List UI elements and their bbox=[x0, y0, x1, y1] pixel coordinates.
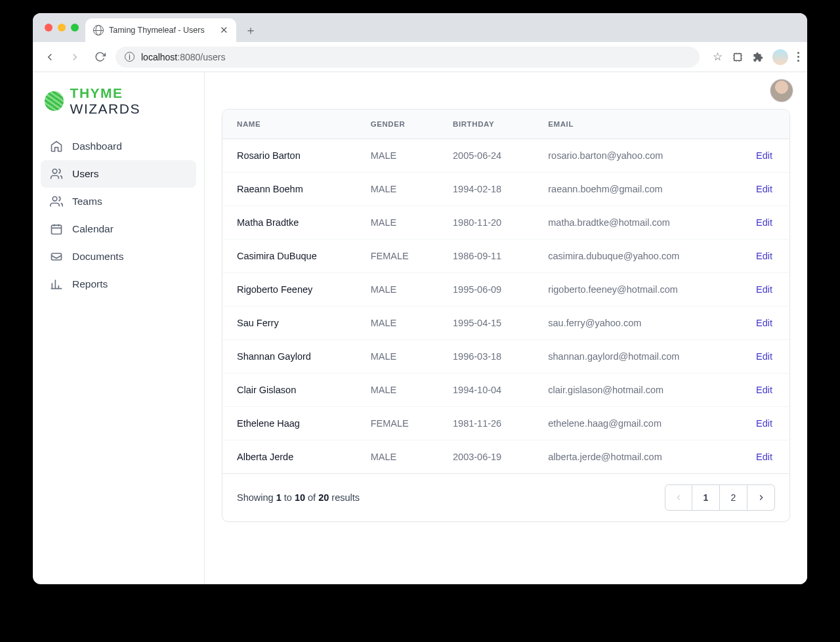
cell-name: Shannan Gaylord bbox=[222, 340, 356, 374]
new-tab-button[interactable]: ＋ bbox=[242, 21, 260, 39]
cell-birthday: 1995-04-15 bbox=[438, 307, 534, 340]
sidebar-item-dashboard[interactable]: Dashboard bbox=[41, 133, 196, 160]
edit-link[interactable]: Edit bbox=[756, 217, 772, 228]
edit-link[interactable]: Edit bbox=[756, 284, 772, 295]
table-row: Rosario BartonMALE2005-06-24rosario.bart… bbox=[222, 139, 789, 173]
edit-link[interactable]: Edit bbox=[756, 184, 772, 194]
cell-email: shannan.gaylord@hotmail.com bbox=[534, 340, 730, 374]
page-prev-button[interactable] bbox=[665, 484, 692, 511]
edit-link[interactable]: Edit bbox=[756, 150, 772, 161]
cell-birthday: 1986-09-11 bbox=[438, 240, 534, 273]
close-window-button[interactable] bbox=[45, 24, 52, 32]
minimize-window-button[interactable] bbox=[58, 24, 66, 32]
cell-name: Sau Ferry bbox=[222, 307, 356, 340]
page-next-button[interactable] bbox=[747, 484, 775, 511]
browser-tab[interactable]: Taming Thymeleaf - Users ✕ bbox=[85, 18, 236, 42]
edit-link[interactable]: Edit bbox=[756, 251, 772, 261]
cell-edit: Edit bbox=[730, 340, 789, 374]
cell-edit: Edit bbox=[730, 273, 789, 307]
edit-link[interactable]: Edit bbox=[756, 351, 772, 362]
reports-icon bbox=[50, 278, 63, 291]
col-actions bbox=[730, 110, 789, 139]
cell-birthday: 1980-11-20 bbox=[438, 206, 534, 240]
url-host: localhost:8080/users bbox=[141, 52, 225, 62]
pagination: 12 bbox=[665, 484, 775, 511]
forward-button[interactable] bbox=[66, 48, 84, 66]
sidebar-item-calendar[interactable]: Calendar bbox=[41, 215, 196, 243]
sidebar-item-documents[interactable]: Documents bbox=[41, 243, 196, 270]
edit-link[interactable]: Edit bbox=[756, 318, 772, 328]
sidebar: THYME WIZARDS DashboardUsersTeamsCalenda… bbox=[33, 72, 205, 584]
bookmark-star-icon[interactable]: ☆ bbox=[713, 50, 723, 64]
cell-email: clair.gislason@hotmail.com bbox=[534, 374, 730, 407]
sidebar-item-reports[interactable]: Reports bbox=[41, 270, 196, 298]
col-birthday: BIRTHDAY bbox=[438, 110, 534, 139]
cell-name: Ethelene Haag bbox=[222, 407, 356, 440]
cell-birthday: 2003-06-19 bbox=[438, 440, 534, 474]
cell-edit: Edit bbox=[730, 307, 789, 340]
cell-edit: Edit bbox=[730, 240, 789, 273]
main-content: NAME GENDER BIRTHDAY EMAIL Rosario Barto… bbox=[205, 72, 807, 584]
user-avatar[interactable] bbox=[770, 79, 793, 102]
cell-name: Rigoberto Feeney bbox=[222, 273, 356, 307]
table-row: Casimira DuBuqueFEMALE1986-09-11casimira… bbox=[222, 240, 789, 273]
cell-gender: MALE bbox=[356, 173, 438, 206]
table-row: Sau FerryMALE1995-04-15sau.ferry@yahoo.c… bbox=[222, 307, 789, 340]
close-tab-icon[interactable]: ✕ bbox=[220, 24, 228, 36]
sidebar-item-users[interactable]: Users bbox=[41, 160, 196, 188]
extensions-icon[interactable] bbox=[753, 52, 763, 62]
cell-edit: Edit bbox=[730, 139, 789, 173]
page-1-button[interactable]: 1 bbox=[692, 484, 720, 511]
site-info-icon[interactable]: i bbox=[125, 52, 135, 62]
browser-menu-icon[interactable] bbox=[797, 52, 799, 62]
col-gender: GENDER bbox=[356, 110, 438, 139]
cell-gender: MALE bbox=[356, 374, 438, 407]
cell-name: Clair Gislason bbox=[222, 374, 356, 407]
cell-birthday: 1996-03-18 bbox=[438, 340, 534, 374]
sidebar-item-label: Documents bbox=[72, 251, 123, 263]
back-button[interactable] bbox=[41, 48, 59, 66]
cell-birthday: 1994-02-18 bbox=[438, 173, 534, 206]
cell-name: Raeann Boehm bbox=[222, 173, 356, 206]
cell-email: sau.ferry@yahoo.com bbox=[534, 307, 730, 340]
cell-email: raeann.boehm@gmail.com bbox=[534, 173, 730, 206]
teams-icon bbox=[50, 195, 63, 208]
cell-gender: MALE bbox=[356, 440, 438, 474]
edit-link[interactable]: Edit bbox=[756, 452, 772, 462]
address-bar[interactable]: i localhost:8080/users bbox=[116, 47, 700, 68]
edit-link[interactable]: Edit bbox=[756, 385, 772, 395]
col-email: EMAIL bbox=[534, 110, 730, 139]
globe-icon bbox=[93, 25, 104, 35]
logo-icon bbox=[45, 91, 64, 111]
cell-email: alberta.jerde@hotmail.com bbox=[534, 440, 730, 474]
cell-name: Casimira DuBuque bbox=[222, 240, 356, 273]
reload-button[interactable] bbox=[91, 48, 109, 66]
table-row: Matha BradtkeMALE1980-11-20matha.bradtke… bbox=[222, 206, 789, 240]
results-summary: Showing 1 to 10 of 20 results bbox=[237, 492, 360, 503]
cell-name: Rosario Barton bbox=[222, 139, 356, 173]
table-row: Raeann BoehmMALE1994-02-18raeann.boehm@g… bbox=[222, 173, 789, 206]
tab-title: Taming Thymeleaf - Users bbox=[109, 26, 205, 35]
table-row: Shannan GaylordMALE1996-03-18shannan.gay… bbox=[222, 340, 789, 374]
table-row: Clair GislasonMALE1994-10-04clair.gislas… bbox=[222, 374, 789, 407]
sidebar-item-teams[interactable]: Teams bbox=[41, 188, 196, 215]
cell-name: Alberta Jerde bbox=[222, 440, 356, 474]
window-controls bbox=[41, 13, 85, 42]
cell-edit: Edit bbox=[730, 407, 789, 440]
table-row: Rigoberto FeeneyMALE1995-06-09rigoberto.… bbox=[222, 273, 789, 307]
users-table: NAME GENDER BIRTHDAY EMAIL Rosario Barto… bbox=[222, 110, 789, 474]
profile-avatar-icon[interactable] bbox=[772, 49, 788, 65]
edit-link[interactable]: Edit bbox=[756, 418, 772, 429]
sidebar-item-label: Calendar bbox=[72, 223, 114, 235]
calendar-icon bbox=[50, 223, 63, 236]
documents-icon bbox=[50, 250, 63, 263]
col-name: NAME bbox=[222, 110, 356, 139]
svg-rect-0 bbox=[734, 53, 742, 60]
page-2-button[interactable]: 2 bbox=[720, 484, 747, 511]
cell-edit: Edit bbox=[730, 173, 789, 206]
cell-gender: FEMALE bbox=[356, 407, 438, 440]
responsive-icon[interactable] bbox=[732, 51, 744, 63]
cell-birthday: 2005-06-24 bbox=[438, 139, 534, 173]
maximize-window-button[interactable] bbox=[71, 24, 79, 32]
cell-gender: MALE bbox=[356, 307, 438, 340]
